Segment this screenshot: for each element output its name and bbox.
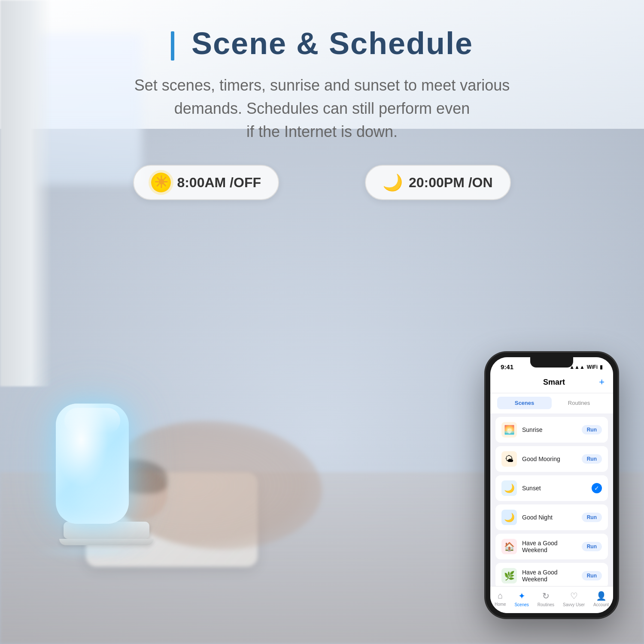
sunset-check-icon: ✓ (592, 483, 602, 493)
nav-routines[interactable]: ↻ Routines (538, 591, 554, 607)
home-nav-icon: ⌂ (498, 591, 503, 601)
schedule-morning-label: 8:00AM /OFF (177, 175, 261, 191)
title-bar-icon (171, 31, 174, 61)
weekend-red-icon: 🏠 (501, 539, 517, 554)
weekend-1-run-button[interactable]: Run (582, 542, 602, 551)
lamp-glow (56, 404, 129, 524)
phone-wrapper: 9:41 ▲▲▲ WiFi ▮ Smart + (485, 352, 618, 618)
routines-nav-label: Routines (538, 602, 554, 607)
app-title: Smart (509, 378, 599, 387)
screen-content: 9:41 ▲▲▲ WiFi ▮ Smart + (490, 357, 613, 613)
sunrise-scene-name: Sunrise (522, 426, 577, 433)
weekend-2-name: Have a Good Weekend (522, 569, 577, 583)
account-nav-label: Account (593, 602, 609, 607)
weekend-1-name: Have a Good Weekend (522, 540, 577, 553)
night-scene-icon: 🌙 (501, 510, 517, 525)
home-nav-label: Home (495, 602, 506, 607)
night-run-button[interactable]: Run (582, 513, 602, 522)
sunrise-scene-icon: 🌅 (501, 422, 517, 437)
weekend-green-icon: 🌿 (501, 568, 517, 583)
lamp-base (64, 522, 149, 539)
savvy-user-nav-label: Savvy User (563, 602, 585, 607)
battery-icon: ▮ (600, 364, 603, 370)
tabs-row: Scenes Routines (490, 393, 613, 413)
scene-list: 🌅 Sunrise Run 🌤 Good Mooring Run � (490, 413, 613, 613)
scene-item-good-morning[interactable]: 🌤 Good Mooring Run (495, 446, 608, 472)
tab-scenes-label: Scenes (515, 400, 535, 406)
app-header: Smart + (490, 374, 613, 393)
schedule-evening-label: 20:00PM /ON (409, 175, 493, 191)
page-title: Scene & Schedule (0, 26, 644, 61)
page-content: Scene & Schedule Set scenes, timers, sun… (0, 0, 644, 644)
sunset-scene-name: Sunset (522, 485, 586, 492)
morning-scene-icon: 🌤 (501, 451, 517, 467)
scenes-nav-icon: ✦ (518, 591, 526, 601)
scene-item-weekend-2[interactable]: 🌿 Have a Good Weekend Run (495, 563, 608, 589)
account-nav-icon: 👤 (596, 591, 607, 601)
schedule-pill-morning[interactable]: 8:00AM /OFF (133, 165, 279, 200)
add-button[interactable]: + (599, 377, 605, 388)
tab-routines[interactable]: Routines (552, 397, 606, 409)
tab-routines-label: Routines (568, 400, 590, 406)
schedule-pill-evening[interactable]: 🌙 20:00PM /ON (365, 165, 511, 200)
status-time: 9:41 (501, 363, 513, 371)
scene-item-good-night[interactable]: 🌙 Good Night Run (495, 504, 608, 530)
status-icons: ▲▲▲ WiFi ▮ (569, 364, 603, 370)
nav-scenes[interactable]: ✦ Scenes (514, 591, 529, 607)
weekend-2-run-button[interactable]: Run (582, 571, 602, 580)
schedule-row: 8:00AM /OFF 🌙 20:00PM /ON (0, 165, 644, 200)
morning-run-button[interactable]: Run (582, 454, 602, 464)
wifi-icon: WiFi (587, 364, 598, 370)
scenes-nav-label: Scenes (514, 602, 529, 607)
scene-item-weekend-1[interactable]: 🏠 Have a Good Weekend Run (495, 534, 608, 559)
nav-account[interactable]: 👤 Account (593, 591, 609, 607)
subtitle-text: Set scenes, timers, sunrise and sunset t… (0, 74, 644, 143)
lamp-surface-glow (28, 545, 157, 558)
nav-savvy-user[interactable]: ♡ Savvy User (563, 591, 585, 607)
savvy-user-nav-icon: ♡ (570, 591, 578, 601)
bottom-nav: ⌂ Home ✦ Scenes ↻ Routines ♡ (490, 586, 613, 613)
nav-home[interactable]: ⌂ Home (495, 591, 506, 607)
lamp-base-bottom (59, 539, 154, 545)
sun-icon (151, 173, 171, 192)
header-section: Scene & Schedule Set scenes, timers, sun… (0, 0, 644, 143)
tab-scenes[interactable]: Scenes (497, 397, 552, 409)
phone-notch (530, 357, 573, 368)
morning-scene-name: Good Mooring (522, 456, 577, 462)
routines-nav-icon: ↻ (542, 591, 550, 601)
moon-cloud-icon: 🌙 (383, 173, 403, 192)
sunrise-run-button[interactable]: Run (582, 425, 602, 434)
lamp-container (56, 404, 157, 558)
scene-item-sunrise[interactable]: 🌅 Sunrise Run (495, 417, 608, 443)
night-scene-name: Good Night (522, 514, 577, 521)
title-text: Scene & Schedule (191, 26, 473, 61)
smart-lamp (56, 404, 129, 524)
phone-device: 9:41 ▲▲▲ WiFi ▮ Smart + (485, 352, 618, 618)
phone-screen: 9:41 ▲▲▲ WiFi ▮ Smart + (490, 357, 613, 613)
sunset-scene-icon: 🌙 (501, 480, 517, 496)
scene-item-sunset[interactable]: 🌙 Sunset ✓ (495, 475, 608, 501)
